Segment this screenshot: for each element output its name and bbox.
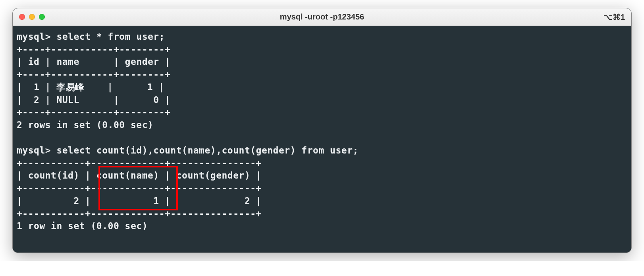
terminal-line: 1 row in set (0.00 sec) — [17, 220, 627, 233]
terminal-line: 2 rows in set (0.00 sec) — [17, 119, 627, 132]
terminal-window: mysql -uroot -p123456 ⌥⌘1 mysql> select … — [12, 8, 632, 253]
terminal-line: +----+-----------+--------+ — [17, 106, 627, 119]
terminal-line: mysql> select * from user; — [17, 31, 627, 43]
window-title: mysql -uroot -p123456 — [280, 12, 364, 21]
terminal-line: | id | name | gender | — [17, 56, 627, 68]
terminal-line: +-----------+-------------+-------------… — [17, 182, 627, 195]
minimize-button[interactable] — [29, 14, 35, 20]
terminal-line: +-----------+-------------+-------------… — [17, 157, 627, 170]
terminal-line: | 2 | 1 | 2 | — [17, 195, 627, 208]
close-button[interactable] — [19, 14, 25, 20]
traffic-lights — [19, 14, 45, 20]
terminal-line: +-----------+-------------+-------------… — [17, 208, 627, 220]
terminal-line: | count(id) | count(name) | count(gender… — [17, 169, 627, 182]
terminal-line: | 2 | NULL | 0 | — [17, 94, 627, 107]
terminal-line: mysql> select count(id),count(name),coun… — [17, 144, 627, 157]
window-shortcut: ⌥⌘1 — [604, 12, 625, 22]
terminal-line: | 1 | 李易峰 | 1 | — [17, 81, 627, 94]
terminal-line: +----+-----------+--------+ — [17, 68, 627, 81]
titlebar: mysql -uroot -p123456 ⌥⌘1 — [13, 8, 631, 26]
terminal-blank-line — [17, 132, 627, 144]
terminal-line: +----+-----------+--------+ — [17, 43, 627, 56]
terminal-body[interactable]: mysql> select * from user; +----+-------… — [13, 26, 631, 253]
maximize-button[interactable] — [39, 14, 45, 20]
